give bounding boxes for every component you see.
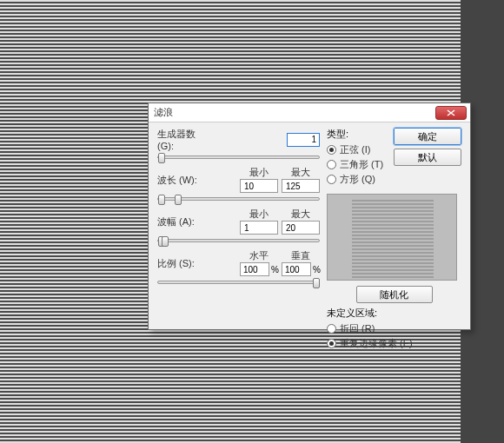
- radio-icon: [327, 324, 336, 334]
- preview: [327, 194, 457, 281]
- radio-icon: [327, 175, 336, 184]
- amplitude-min-hdr: 最小: [240, 208, 278, 221]
- wavelength-slider[interactable]: [157, 197, 320, 201]
- undef-radio-wrap[interactable]: 折回 (R): [327, 321, 461, 336]
- radio-icon: [327, 145, 336, 155]
- undefined-title: 未定义区域:: [327, 307, 461, 320]
- type-label: 方形 (Q): [340, 173, 375, 186]
- wavelength-max-hdr: 最大: [282, 167, 320, 179]
- radio-icon: [327, 339, 336, 348]
- type-radio-sine[interactable]: 正弦 (I): [327, 142, 388, 157]
- scale-h-hdr: 水平: [240, 250, 278, 262]
- scale-v-unit: %: [313, 265, 321, 274]
- amplitude-max-input[interactable]: [282, 221, 320, 235]
- close-icon: [447, 109, 455, 116]
- generators-slider[interactable]: [157, 155, 320, 159]
- type-radio-square[interactable]: 方形 (Q): [327, 172, 388, 187]
- amplitude-min-input[interactable]: [240, 221, 278, 235]
- scale-slider[interactable]: [157, 281, 320, 284]
- wave-dialog: 滤浪 生成器数 (G): 波长 (W):: [148, 102, 471, 330]
- wavelength-label: 波长 (W):: [157, 174, 213, 187]
- titlebar: 滤浪: [149, 103, 470, 122]
- wavelength-min-hdr: 最小: [240, 167, 278, 179]
- scale-v-input[interactable]: [282, 262, 311, 276]
- scale-label: 比例 (S):: [157, 257, 213, 270]
- radio-icon: [327, 160, 336, 169]
- type-label: 三角形 (T): [340, 158, 383, 171]
- amplitude-slider[interactable]: [157, 239, 320, 242]
- ok-button[interactable]: 确定: [394, 128, 461, 145]
- type-label: 正弦 (I): [340, 143, 370, 156]
- wavelength-max-input[interactable]: [282, 179, 320, 193]
- scale-h-input[interactable]: [240, 262, 269, 276]
- generators-input[interactable]: [287, 133, 320, 147]
- generators-label: 生成器数 (G):: [157, 128, 213, 151]
- dialog-title: 滤浪: [154, 106, 173, 119]
- scale-v-hdr: 垂直: [282, 250, 320, 262]
- scale-h-unit: %: [271, 265, 279, 274]
- amplitude-max-hdr: 最大: [282, 208, 320, 221]
- undef-label: 折回 (R): [340, 322, 375, 335]
- preview-image: [352, 198, 434, 278]
- type-title: 类型:: [327, 128, 388, 141]
- undef-label: 重复边缘像素 (E): [340, 337, 413, 350]
- randomize-button[interactable]: 随机化: [356, 286, 433, 303]
- wavelength-min-input[interactable]: [240, 179, 278, 193]
- type-radio-triangle[interactable]: 三角形 (T): [327, 157, 388, 172]
- undef-radio-repeat[interactable]: 重复边缘像素 (E): [327, 336, 461, 351]
- defaults-button[interactable]: 默认: [394, 149, 461, 166]
- close-button[interactable]: [435, 106, 467, 120]
- amplitude-label: 波幅 (A):: [157, 215, 213, 228]
